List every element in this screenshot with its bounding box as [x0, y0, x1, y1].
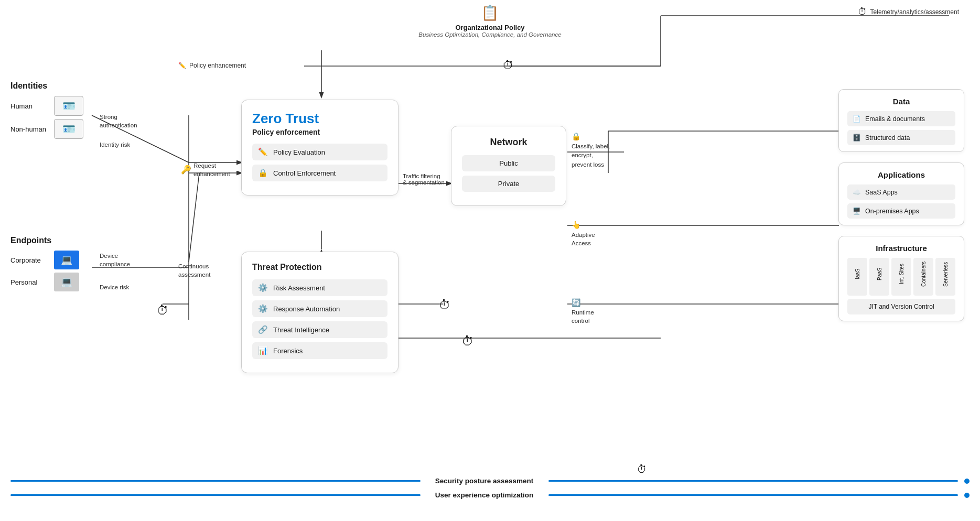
- bottom-line-security-right: [548, 480, 959, 482]
- tp-label-2: Threat Intelligence: [273, 326, 329, 334]
- tp-label-1: Response Automation: [273, 305, 340, 313]
- applications-card-title: Applications: [847, 170, 955, 179]
- endpoints-title: Endpoints: [10, 236, 79, 245]
- zt-item-0: ✏️ Policy Evaluation: [252, 144, 387, 160]
- data-card-item-0: 📄 Emails & documents: [847, 111, 955, 126]
- zero-trust-title: Zero Trust: [252, 111, 387, 127]
- continuous-assessment-label: Continuous assessment: [178, 262, 210, 279]
- fingerprint-icon: 👆: [572, 221, 580, 229]
- identity-risk-label: Identity risk: [100, 140, 130, 149]
- infrastructure-card-title: Infrastructure: [847, 244, 955, 253]
- identities-title: Identities: [10, 81, 83, 91]
- infra-item-4: Serverless: [935, 258, 955, 296]
- traffic-filtering-label: Traffic filtering & segmentation: [403, 173, 445, 186]
- tp-item-0: ⚙️ Risk Assessment: [252, 279, 387, 296]
- data-card-title: Data: [847, 97, 955, 106]
- diagram-container: ⏱ Telemetry/analytics/assessment 📋 Organ…: [0, 0, 980, 521]
- db-icon: 🗄️: [853, 134, 861, 142]
- infra-item-2: Int. Sites: [891, 258, 911, 296]
- adaptive-access-label: 👆 Adaptive Access: [572, 220, 595, 247]
- net-item-private: Private: [462, 176, 555, 192]
- bottom-security-label: Security posture assessment: [427, 477, 542, 485]
- org-policy-title: Organizational Policy: [455, 24, 524, 31]
- identity-row-human: Human 🪪: [10, 96, 83, 116]
- monitor-icon: 🖥️: [853, 207, 861, 215]
- zt-item-icon-1: 🔒: [257, 168, 268, 178]
- classify-label: 🔒 Classify, label, encrypt, prevent loss: [572, 131, 610, 169]
- gauge-policy: ⏱: [502, 59, 514, 72]
- gauge-response-automation: ⏱: [438, 298, 451, 312]
- device-risk-label: Device risk: [100, 283, 129, 291]
- id-card-icon-nonhuman: 🪪: [54, 119, 83, 139]
- infra-jit-label: JIT and Version Control: [847, 299, 955, 314]
- device-compliance-label: Device compliance: [100, 252, 130, 268]
- telemetry-label: ⏱ Telemetry/analytics/assessment: [858, 6, 959, 17]
- id-card-icon-human: 🪪: [54, 96, 83, 116]
- email-icon: 📄: [853, 115, 861, 123]
- infra-item-1: PaaS: [869, 258, 889, 296]
- net-item-public: Public: [462, 155, 555, 171]
- tp-icon-0: ⚙️: [257, 283, 268, 292]
- identities-section: Identities Human 🪪 Non-human 🪪: [10, 81, 83, 142]
- identity-nonhuman-label: Non-human: [10, 125, 50, 133]
- apps-card-item-1: 🖥️ On-premises Apps: [847, 203, 955, 219]
- applications-card: Applications ☁️ SaaS Apps 🖥️ On-premises…: [838, 162, 964, 225]
- apps-card-item-0: ☁️ SaaS Apps: [847, 184, 955, 200]
- refresh-icon: 🔄: [572, 298, 580, 307]
- endpoint-row-corporate: Corporate 💻: [10, 251, 79, 269]
- data-item-label-0: Emails & documents: [865, 115, 925, 123]
- bottom-section: Security posture assessment User experie…: [10, 477, 970, 505]
- tp-item-1: ⚙️ Response Automation: [252, 300, 387, 317]
- infra-item-0: IaaS: [847, 258, 867, 296]
- gauge-zt-tp: ⏱: [637, 464, 647, 474]
- tp-icon-1: ⚙️: [257, 304, 268, 313]
- threat-protection-box: Threat Protection ⚙️ Risk Assessment ⚙️ …: [241, 252, 399, 373]
- zero-trust-subtitle: Policy enforcement: [252, 128, 387, 136]
- infrastructure-card: Infrastructure IaaS PaaS Int. Sites Cont…: [838, 236, 964, 321]
- threat-protection-title: Threat Protection: [252, 263, 387, 272]
- key-icon: 🔑: [181, 164, 191, 176]
- infra-item-3: Containers: [913, 258, 933, 296]
- org-policy-subtitle: Business Optimization, Compliance, and G…: [418, 31, 561, 38]
- gauge-forensics: ⏱: [461, 334, 474, 349]
- tp-item-3: 📊 Forensics: [252, 342, 387, 359]
- tp-label-3: Forensics: [273, 347, 303, 355]
- device-icon-corporate: 💻: [54, 251, 79, 269]
- zt-item-icon-0: ✏️: [257, 147, 268, 157]
- zt-item-1: 🔒 Control Enforcement: [252, 165, 387, 181]
- svg-line-18: [189, 173, 199, 262]
- gauge-left-bottom: ⏱: [156, 303, 169, 318]
- bottom-row-security: Security posture assessment: [10, 477, 970, 485]
- endpoint-row-personal: Personal 💻: [10, 273, 79, 291]
- cloud-icon: ☁️: [853, 188, 861, 196]
- runtime-control-label: 🔄 Runtime control: [572, 298, 594, 325]
- zero-trust-box: Zero Trust Policy enforcement ✏️ Policy …: [241, 100, 399, 196]
- edit-icon: ✏️: [178, 62, 186, 69]
- tp-label-0: Risk Assessment: [273, 284, 325, 292]
- bottom-ux-label: User experience optimization: [427, 491, 542, 499]
- network-box: Network Public Private: [451, 126, 566, 206]
- request-enhancement-label: 🔑 Request enhancement: [181, 161, 230, 178]
- apps-item-label-0: SaaS Apps: [865, 189, 898, 196]
- identity-row-nonhuman: Non-human 🪪: [10, 119, 83, 139]
- identity-human-label: Human: [10, 102, 50, 110]
- device-icon-personal: 💻: [54, 273, 79, 291]
- connections-svg: [0, 0, 980, 521]
- bottom-line-security-left: [10, 480, 421, 482]
- infra-row: IaaS PaaS Int. Sites Containers Serverle…: [847, 258, 955, 296]
- network-title: Network: [462, 137, 555, 148]
- bottom-line-ux-right: [548, 494, 959, 496]
- right-panel: Data 📄 Emails & documents 🗄️ Structured …: [838, 89, 964, 321]
- gauge-icon-top: ⏱: [858, 6, 867, 17]
- zt-item-label-0: Policy Evaluation: [273, 148, 325, 156]
- endpoints-section: Endpoints Corporate 💻 Personal 💻: [10, 236, 79, 295]
- bottom-line-ux-left: [10, 494, 421, 496]
- tp-icon-2: 🔗: [257, 325, 268, 334]
- tp-item-2: 🔗 Threat Intelligence: [252, 321, 387, 338]
- lock-classify-icon: 🔒: [572, 132, 580, 140]
- data-item-label-1: Structured data: [865, 134, 910, 142]
- bottom-dot-ux: [964, 493, 970, 498]
- endpoint-corporate-label: Corporate: [10, 256, 50, 264]
- zt-item-label-1: Control Enforcement: [273, 169, 336, 177]
- data-card: Data 📄 Emails & documents 🗄️ Structured …: [838, 89, 964, 152]
